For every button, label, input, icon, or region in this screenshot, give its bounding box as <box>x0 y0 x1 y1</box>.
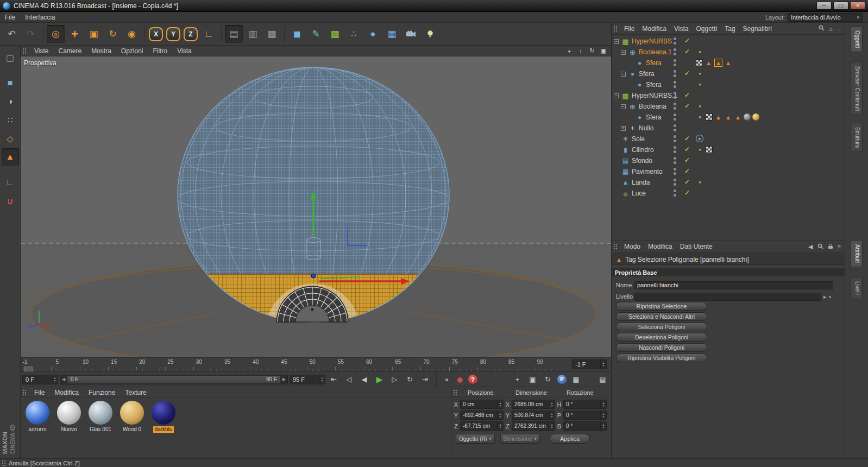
dimension-y-field[interactable]: 500.874 cm <box>512 411 555 420</box>
object-row-hypernurbs1[interactable]: HyperNURBS.1 <box>612 90 845 101</box>
object-row-sfera-selected[interactable]: Sfera <box>612 58 845 68</box>
key-parameter-icon[interactable]: P <box>557 375 567 384</box>
spinner-arrows[interactable] <box>600 360 606 369</box>
object-row-hypernurbs[interactable]: HyperNURBS <box>612 36 845 47</box>
add-camera-icon[interactable] <box>402 25 420 43</box>
tab-oggetti[interactable]: Oggetti <box>851 26 863 52</box>
undo-icon[interactable]: ↶ <box>3 25 21 43</box>
visibility-toggles[interactable] <box>674 113 676 121</box>
autokey-icon[interactable]: ◉ <box>455 375 464 384</box>
material-item[interactable]: Nuovo <box>55 401 83 433</box>
om-menu-oggetti[interactable]: Oggetti <box>693 25 721 33</box>
material-tag[interactable] <box>696 113 704 121</box>
object-row-sfondo[interactable]: Sfondo <box>612 155 845 166</box>
record-keyframe-icon[interactable]: ● <box>442 375 451 384</box>
panel-grip[interactable] <box>2 460 7 466</box>
rotate-tool-icon[interactable]: ↻ <box>104 25 122 43</box>
enabled-check-icon[interactable] <box>684 37 690 45</box>
om-menu-file[interactable]: File <box>620 25 638 33</box>
menu-file[interactable]: File <box>0 14 20 21</box>
collapse-icon[interactable] <box>621 72 626 77</box>
ripristina-visibilita-poligoni-button[interactable]: Ripristina Visibilità Poligoni <box>616 354 707 362</box>
view-toggle-icon[interactable]: ▣ <box>599 47 608 55</box>
enabled-check-icon[interactable] <box>684 189 690 197</box>
play-button[interactable]: ▶ <box>373 374 386 385</box>
gold-material-tag[interactable] <box>752 113 759 121</box>
polygon-selection-tag[interactable] <box>724 59 732 67</box>
rotation-h-field[interactable]: 0 ° <box>563 400 607 409</box>
polygon-selection-tag[interactable] <box>714 113 722 121</box>
material-preview[interactable] <box>57 401 81 425</box>
enabled-check-icon[interactable] <box>684 135 690 142</box>
axis-z-lock-button[interactable]: Z <box>184 27 198 41</box>
visibility-toggles[interactable] <box>674 168 676 175</box>
layout-dropdown[interactable]: Interfaccia di Avvio <box>788 13 863 22</box>
search-icon[interactable] <box>819 25 825 32</box>
object-row-landa[interactable]: Landa <box>612 177 845 188</box>
dimension-z-field[interactable]: 2762.391 cm <box>512 421 555 431</box>
screen-mode-icon[interactable]: ▢ <box>2 49 19 66</box>
tab-attributi[interactable]: Attributi <box>851 240 863 267</box>
polygon-selection-tag[interactable] <box>705 59 713 67</box>
spinner-arrows[interactable] <box>52 375 58 384</box>
polygon-selection-tag[interactable] <box>734 113 742 121</box>
history-back-icon[interactable]: ◀ <box>808 243 813 250</box>
panel-grip[interactable] <box>613 243 618 250</box>
rotation-b-field[interactable]: 0 ° <box>563 421 607 431</box>
live-selection-icon[interactable]: ◎ <box>47 25 65 43</box>
section-header[interactable]: Proprietà Base <box>612 268 845 276</box>
visibility-toggles[interactable] <box>674 103 676 110</box>
scale-tool-icon[interactable]: ▣ <box>85 25 103 43</box>
visibility-toggles[interactable] <box>674 37 676 45</box>
model-mode-icon[interactable]: ■ <box>2 74 19 92</box>
panel-grip[interactable] <box>22 389 27 396</box>
search-icon[interactable] <box>817 243 823 250</box>
add-hypernurbs-icon[interactable]: ▩ <box>326 25 344 43</box>
om-menu-modifica[interactable]: Modifica <box>638 25 670 33</box>
axis-y-lock-button[interactable]: Y <box>166 27 180 41</box>
lock-icon[interactable] <box>828 243 833 250</box>
key-scale-icon[interactable]: ▣ <box>526 374 539 385</box>
expand-timeline-icon[interactable]: ▤ <box>596 374 609 385</box>
key-point-level-icon[interactable]: ▦ <box>569 374 583 385</box>
expand-icon[interactable] <box>621 126 626 131</box>
enabled-check-icon[interactable] <box>684 91 690 99</box>
home-icon[interactable]: ⌂ <box>829 26 833 32</box>
om-menu-segnalibri[interactable]: Segnalibri <box>739 25 776 33</box>
am-menu-dati-utente[interactable]: Dati Utente <box>676 243 716 250</box>
enabled-check-icon[interactable] <box>684 48 690 55</box>
nascondi-poligoni-button[interactable]: Nascondi Poligoni <box>616 343 707 352</box>
dimension-x-field[interactable]: 2685.09 cm <box>512 400 555 409</box>
ripristina-selezione-button[interactable]: Ripristina Selezione <box>616 302 707 311</box>
apply-button[interactable]: Applica <box>550 434 590 444</box>
material-tag[interactable] <box>696 178 704 186</box>
object-row-sfera[interactable]: Sfera <box>612 112 845 123</box>
livello-expand-icon[interactable]: ▸ <box>823 294 826 300</box>
current-frame-field[interactable]: -1 F <box>572 359 607 369</box>
material-preview[interactable] <box>26 401 49 425</box>
snap-magnet-icon[interactable]: ∪ <box>2 192 19 210</box>
enabled-check-icon[interactable] <box>684 178 690 186</box>
texture-tag[interactable] <box>706 146 713 153</box>
material-preview[interactable] <box>89 401 112 425</box>
polygon-mode-icon[interactable]: ▲ <box>2 148 19 166</box>
polygon-selection-tag-active[interactable] <box>714 59 722 67</box>
object-row-booleana[interactable]: Booleana <box>612 101 845 112</box>
deseleziona-poligoni-button[interactable]: Deseleziona Poligoni <box>616 333 707 342</box>
range-left-arrow[interactable]: ◀ <box>60 377 67 382</box>
position-y-field[interactable]: -692.488 cm <box>460 411 504 420</box>
prev-frame-button[interactable]: ◀ <box>357 374 371 385</box>
visibility-toggles[interactable] <box>674 59 676 66</box>
3d-scene[interactable] <box>21 56 611 357</box>
visibility-toggles[interactable] <box>674 146 676 153</box>
visibility-toggles[interactable] <box>674 70 676 77</box>
add-array-icon[interactable]: ∴ <box>345 25 363 43</box>
position-x-field[interactable]: 0 cm <box>460 400 504 409</box>
layer-browser-icon[interactable]: ◑ <box>828 294 831 300</box>
texture-tag[interactable] <box>696 59 703 66</box>
am-menu-modo[interactable]: Modo <box>620 243 644 250</box>
workplane-icon[interactable]: ∟ <box>2 174 19 191</box>
vp-menu-camere[interactable]: Camere <box>53 47 86 55</box>
range-bar[interactable]: 0 F 90 F <box>67 376 280 383</box>
vp-menu-filtro[interactable]: Filtro <box>148 47 173 55</box>
